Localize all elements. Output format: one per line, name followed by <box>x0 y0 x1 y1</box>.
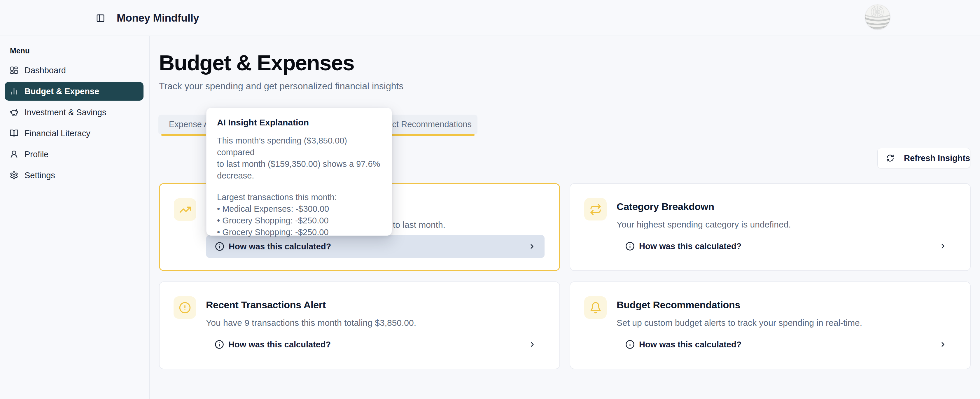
how-calculated-label: How was this calculated? <box>639 340 741 350</box>
card-body: Category Breakdown Your highest spending… <box>617 197 956 258</box>
chevron-right-icon <box>939 242 947 250</box>
main-content: Budget & Expenses Track your spending an… <box>150 36 980 399</box>
card-title: Recent Transactions Alert <box>206 298 545 311</box>
sidebar-item-label: Profile <box>24 149 48 159</box>
how-calculated-button[interactable]: How was this calculated? <box>206 235 544 258</box>
alert-circle-icon <box>173 296 196 319</box>
app: Money Mindfully <box>0 0 980 399</box>
sidebar-item-label: Dashboard <box>24 66 66 75</box>
card-description: You have 9 transactions this month total… <box>206 317 545 328</box>
how-calculated-button[interactable]: How was this calculated? <box>617 333 956 356</box>
bar-chart-icon <box>10 87 18 96</box>
panel-left-icon <box>96 14 105 23</box>
sidebar-toggle-button[interactable] <box>93 11 108 25</box>
sidebar-item-settings[interactable]: Settings <box>5 166 143 184</box>
card-body: Recent Transactions Alert You have 9 tra… <box>206 296 545 356</box>
book-open-icon <box>10 129 18 138</box>
page-subtitle: Track your spending and get personalized… <box>159 80 403 92</box>
refresh-insights-button[interactable]: Refresh Insights <box>877 148 970 168</box>
how-calculated-button[interactable]: How was this calculated? <box>617 235 956 258</box>
avatar-image <box>865 5 890 29</box>
sidebar-item-label: Budget & Expense <box>24 87 99 96</box>
sidebar: Menu Dashboard Budget & Expense Investme… <box>0 36 150 399</box>
refresh-button-label: Refresh Insights <box>904 153 970 163</box>
chevron-right-icon <box>528 243 536 250</box>
how-calculated-label: How was this calculated? <box>228 340 331 350</box>
sidebar-item-financial-literacy[interactable]: Financial Literacy <box>5 124 143 143</box>
sidebar-item-label: Settings <box>24 171 55 180</box>
header: Money Mindfully <box>0 0 980 36</box>
info-icon <box>625 340 635 349</box>
chevron-right-icon <box>528 341 536 348</box>
dashboard-icon <box>10 66 18 75</box>
sidebar-item-label: Financial Literacy <box>24 129 91 138</box>
card-budget-recommendations: Budget Recommendations Set up custom bud… <box>570 281 970 369</box>
tooltip-title: AI Insight Explanation <box>217 117 381 128</box>
info-icon <box>215 340 224 349</box>
sidebar-item-budget-expense[interactable]: Budget & Expense <box>5 82 143 101</box>
card-description: Your highest spending category is undefi… <box>617 219 956 230</box>
sidebar-nav: Dashboard Budget & Expense Investment & … <box>5 61 143 184</box>
bell-icon <box>584 296 607 319</box>
card-title: Budget Recommendations <box>617 298 956 311</box>
how-calculated-label: How was this calculated? <box>639 242 741 251</box>
app-title: Money Mindfully <box>117 0 199 36</box>
piggy-bank-icon <box>10 108 18 117</box>
user-icon <box>10 150 18 159</box>
card-title: Category Breakdown <box>617 200 956 213</box>
page-title: Budget & Expenses <box>159 51 354 75</box>
refresh-icon <box>886 154 894 162</box>
card-description-fragment: to last month. <box>393 219 445 230</box>
info-icon <box>625 242 635 251</box>
card-body: Budget Recommendations Set up custom bud… <box>617 296 956 356</box>
ai-insight-tooltip: AI Insight Explanation This month’s spen… <box>206 108 392 236</box>
sidebar-item-profile[interactable]: Profile <box>5 145 143 164</box>
sidebar-item-dashboard[interactable]: Dashboard <box>5 61 143 79</box>
card-category-breakdown: Category Breakdown Your highest spending… <box>570 183 970 271</box>
gear-icon <box>10 171 18 180</box>
sidebar-menu-label: Menu <box>10 46 150 56</box>
info-icon <box>215 242 224 251</box>
avatar[interactable] <box>865 5 890 29</box>
trending-up-icon <box>174 198 196 221</box>
chevron-right-icon <box>939 341 947 348</box>
how-calculated-button[interactable]: How was this calculated? <box>206 333 545 356</box>
card-description: Set up custom budget alerts to track you… <box>617 317 956 328</box>
sidebar-item-label: Investment & Savings <box>24 108 106 117</box>
sidebar-item-investment-savings[interactable]: Investment & Savings <box>5 103 143 122</box>
repeat-icon <box>584 198 607 221</box>
card-recent-transactions-alert: Recent Transactions Alert You have 9 tra… <box>159 281 560 369</box>
tooltip-paragraph: This month’s spending ($3,850.00) compar… <box>217 135 381 181</box>
tooltip-paragraph: Largest transactions this month: • Medic… <box>217 191 381 238</box>
how-calculated-label: How was this calculated? <box>229 242 331 251</box>
